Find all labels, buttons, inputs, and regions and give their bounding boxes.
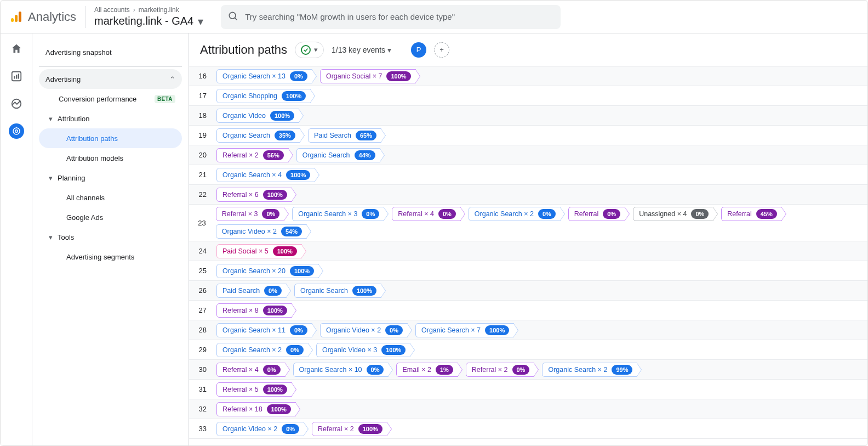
chip-percentage: 0%: [262, 209, 279, 219]
channel-chip[interactable]: Organic Shopping100%: [216, 89, 311, 103]
channel-chip[interactable]: Organic Search × 4100%: [216, 168, 315, 182]
chip-percentage: 100%: [386, 71, 410, 81]
channel-chip[interactable]: Organic Search × 110%: [216, 323, 312, 337]
sidebar-item-all-channels[interactable]: All channels: [39, 188, 182, 207]
channel-chip[interactable]: Organic Video × 3100%: [316, 343, 410, 357]
channel-chip[interactable]: Organic Search × 20%: [469, 207, 561, 221]
beta-badge: BETA: [155, 95, 175, 103]
channel-chip[interactable]: Organic Search × 100%: [293, 363, 389, 377]
channel-chip[interactable]: Referral × 40%: [216, 363, 285, 377]
breadcrumb-accounts[interactable]: All accounts: [94, 6, 130, 14]
channel-chip[interactable]: Email × 21%: [396, 363, 458, 377]
sidebar-item-attribution-paths[interactable]: Attribution paths: [39, 128, 182, 148]
channel-chip[interactable]: Organic Search44%: [296, 148, 380, 162]
svg-rect-0: [11, 18, 14, 22]
channel-chip[interactable]: Organic Search × 30%: [292, 207, 384, 221]
channel-chip[interactable]: Referral × 2100%: [312, 422, 387, 436]
path-chips: Referral × 6100%: [216, 188, 300, 202]
channel-chip[interactable]: Paid Search65%: [308, 128, 381, 143]
search-input[interactable]: [244, 12, 554, 22]
sidebar-group-advertising[interactable]: Advertising ⌃: [39, 69, 182, 89]
channel-chip[interactable]: Organic Video × 254%: [216, 224, 307, 239]
table-row[interactable]: 18Organic Video100%: [189, 106, 867, 126]
sidebar-advertising-snapshot[interactable]: Advertising snapshot: [39, 42, 182, 62]
channel-chip[interactable]: Referral × 20%: [466, 363, 535, 377]
sidebar-item-google-ads[interactable]: Google Ads: [39, 207, 182, 227]
channel-chip[interactable]: Organic Search100%: [294, 284, 381, 298]
channel-chip[interactable]: Organic Search × 20100%: [216, 264, 319, 278]
channel-chip[interactable]: Referral × 8100%: [216, 303, 292, 318]
channel-chip[interactable]: Organic Search × 130%: [216, 69, 312, 83]
channel-chip[interactable]: Referral0%: [568, 207, 625, 221]
add-comparison-button[interactable]: +: [434, 42, 449, 58]
sidebar-item-conversion-performance[interactable]: Conversion performance BETA: [39, 89, 182, 109]
chip-percentage: 65%: [356, 131, 376, 140]
chip-percentage: 100%: [485, 325, 509, 335]
table-row[interactable]: 20Referral × 256%Organic Search44%: [189, 145, 867, 165]
caret-down-icon: ▾: [45, 115, 55, 123]
path-chips: Organic Search × 20%Organic Video × 3100…: [216, 343, 418, 357]
channel-chip[interactable]: Referral × 256%: [216, 148, 289, 162]
channel-chip[interactable]: Organic Video × 20%: [216, 422, 304, 436]
table-row[interactable]: 21Organic Search × 4100%: [189, 165, 867, 185]
table-row[interactable]: 19Organic Search35%Paid Search65%: [189, 126, 867, 145]
table-row[interactable]: 25Organic Search × 20100%: [189, 261, 867, 281]
chip-label: Referral × 8: [222, 307, 259, 314]
channel-chip[interactable]: Paid Search0%: [216, 284, 287, 298]
table-row[interactable]: 30Referral × 40%Organic Search × 100%Ema…: [189, 360, 867, 380]
key-events-selector[interactable]: 1/13 key events ▾: [332, 46, 391, 54]
paths-table[interactable]: 16Organic Search × 130%Organic Social × …: [189, 66, 867, 445]
chip-percentage: 100%: [263, 385, 287, 394]
table-row[interactable]: 16Organic Search × 130%Organic Social × …: [189, 66, 867, 86]
table-row[interactable]: 24Paid Social × 5100%: [189, 241, 867, 261]
channel-chip[interactable]: Referral × 40%: [392, 207, 461, 221]
chip-label: Organic Search × 11: [222, 326, 285, 334]
product-logo[interactable]: Analytics: [9, 10, 76, 24]
row-index: 24: [189, 247, 216, 255]
sidebar-item-advertising-segments[interactable]: Advertising segments: [39, 247, 182, 267]
channel-chip[interactable]: Referral × 5100%: [216, 382, 292, 397]
table-row[interactable]: 22Referral × 6100%: [189, 185, 867, 205]
channel-chip[interactable]: Referral × 30%: [216, 207, 285, 221]
table-row[interactable]: 27Referral × 8100%: [189, 301, 867, 320]
sidebar-item-attribution-models[interactable]: Attribution models: [39, 148, 182, 168]
table-row[interactable]: 17Organic Shopping100%: [189, 86, 867, 106]
advertising-icon[interactable]: [9, 123, 24, 139]
table-row[interactable]: 28Organic Search × 110%Organic Video × 2…: [189, 320, 867, 340]
channel-chip[interactable]: Organic Video × 20%: [320, 323, 408, 337]
sidebar-item-planning[interactable]: ▾ Planning: [39, 168, 182, 188]
chip-percentage: 100%: [270, 111, 294, 121]
table-row[interactable]: 29Organic Search × 20%Organic Video × 31…: [189, 340, 867, 360]
sidebar-item-attribution[interactable]: ▾ Attribution: [39, 109, 182, 128]
row-index: 28: [189, 326, 216, 334]
channel-chip[interactable]: Organic Search × 7100%: [415, 323, 514, 337]
table-row[interactable]: 26Paid Search0%Organic Search100%: [189, 281, 867, 301]
channel-chip[interactable]: Organic Video100%: [216, 109, 299, 123]
table-row[interactable]: 23Referral × 30%Organic Search × 30%Refe…: [189, 205, 867, 241]
reports-icon[interactable]: [9, 69, 24, 84]
channel-chip[interactable]: Referral × 18100%: [216, 402, 296, 416]
channel-chip[interactable]: Organic Social × 7100%: [320, 69, 416, 83]
search-box[interactable]: [221, 5, 561, 29]
status-pill[interactable]: ▾: [295, 42, 324, 58]
channel-chip[interactable]: Paid Social × 5100%: [216, 244, 302, 258]
chip-label: Referral × 5: [222, 386, 259, 393]
table-row[interactable]: 32Referral × 18100%: [189, 399, 867, 419]
sidebar-item-tools[interactable]: ▾ Tools: [39, 227, 182, 247]
path-chips: Organic Video100%: [216, 109, 307, 123]
caret-down-icon[interactable]: ▾: [198, 15, 203, 28]
channel-chip[interactable]: Unassigned × 40%: [633, 207, 713, 221]
channel-chip[interactable]: Organic Search35%: [216, 128, 300, 143]
channel-chip[interactable]: Organic Search × 299%: [542, 363, 637, 377]
chip-percentage: 100%: [286, 170, 310, 180]
home-icon[interactable]: [9, 41, 24, 57]
channel-chip[interactable]: Referral × 6100%: [216, 188, 292, 202]
property-selector[interactable]: All accounts › marketing.link marketing.…: [85, 6, 203, 28]
comparison-avatar[interactable]: P: [411, 42, 426, 58]
table-row[interactable]: 33Organic Video × 20%Referral × 2100%: [189, 419, 867, 439]
breadcrumb-property[interactable]: marketing.link: [139, 6, 179, 14]
channel-chip[interactable]: Organic Search × 20%: [216, 343, 309, 357]
table-row[interactable]: 31Referral × 5100%: [189, 380, 867, 399]
channel-chip[interactable]: Referral45%: [721, 207, 782, 221]
explore-icon[interactable]: [9, 96, 24, 111]
